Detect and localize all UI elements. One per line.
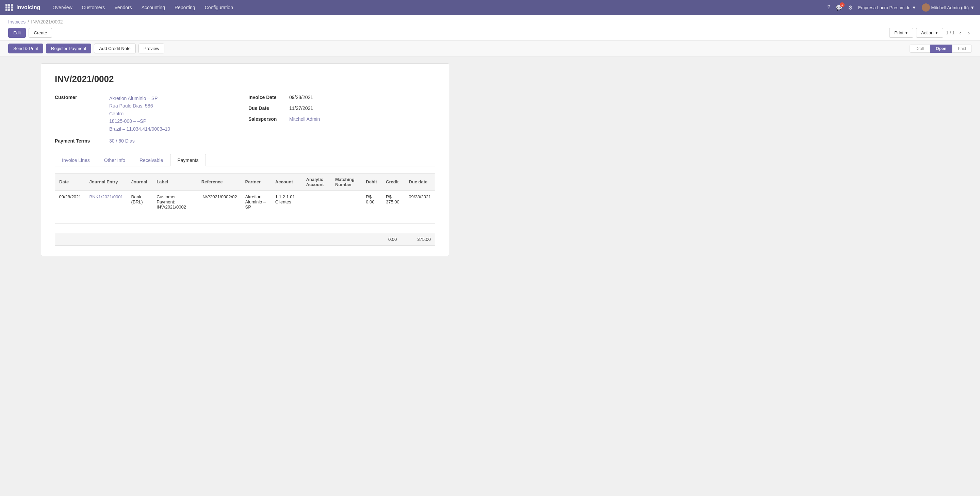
col-analytic-account: Analytic Account xyxy=(302,173,331,191)
col-reference: Reference xyxy=(197,173,241,191)
invoice-date-label: Invoice Date xyxy=(248,95,289,100)
customer-addr4: Brazil – 11.034.414/0003–10 xyxy=(109,126,170,132)
col-date: Date xyxy=(55,173,86,191)
company-selector[interactable]: Empresa Lucro Presumido ▼ xyxy=(858,5,916,10)
customer-name[interactable]: Akretion Aluminio – SP xyxy=(109,95,158,101)
payment-terms-field: Payment Terms 30 / 60 Dias xyxy=(55,138,242,143)
action-bar: Send & Print Register Payment Add Credit… xyxy=(0,41,980,56)
preview-button[interactable]: Preview xyxy=(138,43,164,53)
customer-addr3: 18125-000 – –SP xyxy=(109,118,146,124)
status-paid[interactable]: Paid xyxy=(952,45,972,53)
status-draft[interactable]: Draft xyxy=(910,45,930,53)
debit-total: 0.00 xyxy=(388,237,397,242)
tab-payments[interactable]: Payments xyxy=(170,154,205,166)
customer-address: Akretion Aluminio – SP Rua Paulo Dias, 5… xyxy=(109,95,170,133)
breadcrumb-separator: / xyxy=(27,19,29,24)
pagination-next[interactable]: › xyxy=(966,29,972,37)
app-logo[interactable]: Invoicing xyxy=(5,4,40,11)
edit-button[interactable]: Edit xyxy=(8,28,26,38)
nav-accounting[interactable]: Accounting xyxy=(137,3,169,12)
invoice-date-value: 09/28/2021 xyxy=(289,95,313,100)
row-journal-entry: BNK1/2021/0001 xyxy=(86,191,127,213)
user-arrow-icon: ▼ xyxy=(970,5,975,10)
tab-invoice-lines[interactable]: Invoice Lines xyxy=(55,154,97,166)
nav-overview[interactable]: Overview xyxy=(48,3,76,12)
tab-receivable[interactable]: Receivable xyxy=(132,154,170,166)
register-payment-button[interactable]: Register Payment xyxy=(46,43,91,53)
empty-row xyxy=(55,213,435,223)
breadcrumb: Invoices / INV/2021/0002 xyxy=(8,19,972,24)
breadcrumb-parent[interactable]: Invoices xyxy=(8,19,25,24)
pagination-prev[interactable]: ‹ xyxy=(957,29,963,37)
chat-button[interactable]: 💬 1 xyxy=(836,5,843,11)
customer-label: Customer xyxy=(55,95,109,133)
meta-left: Customer Akretion Aluminio – SP Rua Paul… xyxy=(55,95,242,143)
settings-button[interactable]: ⚙ xyxy=(848,5,853,11)
row-due-date: 09/28/2021 xyxy=(404,191,435,213)
topnav-right: ? 💬 1 ⚙ Empresa Lucro Presumido ▼ Mitche… xyxy=(827,3,975,11)
send-print-button[interactable]: Send & Print xyxy=(8,43,43,53)
nav-reporting[interactable]: Reporting xyxy=(170,3,199,12)
breadcrumb-bar: Invoices / INV/2021/0002 Edit Create Pri… xyxy=(0,15,980,41)
settings-icon: ⚙ xyxy=(848,5,853,11)
salesperson-value[interactable]: Mitchell Admin xyxy=(289,116,320,122)
row-account: 1.1.2.1.01 Clientes xyxy=(271,191,302,213)
help-button[interactable]: ? xyxy=(827,5,830,11)
user-selector[interactable]: Mitchell Admin (db) ▼ xyxy=(922,3,975,11)
action-button[interactable]: Action ▼ xyxy=(916,28,943,38)
print-label: Print xyxy=(894,30,904,35)
journal-entry-link[interactable]: BNK1/2021/0001 xyxy=(89,194,123,199)
invoice-date-row: Invoice Date 09/28/2021 xyxy=(248,95,435,100)
invoice-number: INV/2021/0002 xyxy=(55,74,435,84)
separator-row xyxy=(55,223,435,234)
main-nav: Overview Customers Vendors Accounting Re… xyxy=(48,3,827,12)
meta-right: Invoice Date 09/28/2021 Due Date 11/27/2… xyxy=(248,95,435,143)
totals-row: 0.00 375.00 xyxy=(55,234,435,246)
row-journal: Bank (BRL) xyxy=(127,191,153,213)
user-name: Mitchell Admin (db) xyxy=(931,5,969,10)
invoice-card: INV/2021/0002 Customer Akretion Aluminio… xyxy=(41,63,449,256)
add-credit-note-button[interactable]: Add Credit Note xyxy=(94,43,136,53)
row-label: Customer Payment: INV/2021/0002 xyxy=(153,191,197,213)
user-avatar-icon xyxy=(922,3,930,11)
credit-total-value: 375.00 xyxy=(417,237,431,242)
col-journal: Journal xyxy=(127,173,153,191)
col-debit: Debit xyxy=(362,173,382,191)
create-button[interactable]: Create xyxy=(29,28,52,38)
invoice-meta: Customer Akretion Aluminio – SP Rua Paul… xyxy=(55,95,435,143)
help-icon: ? xyxy=(827,5,830,10)
row-debit: R$ 0.00 xyxy=(362,191,382,213)
nav-customers[interactable]: Customers xyxy=(78,3,109,12)
company-arrow-icon: ▼ xyxy=(912,5,916,10)
credit-total: 375.00 xyxy=(417,237,431,242)
toolbar: Edit Create Print ▼ Action ▼ 1 / 1 ‹ › xyxy=(8,28,972,38)
customer-addr2: Centro xyxy=(109,111,124,116)
nav-configuration[interactable]: Configuration xyxy=(201,3,237,12)
customer-addr1: Rua Paulo Dias, 586 xyxy=(109,103,153,108)
topnav: Invoicing Overview Customers Vendors Acc… xyxy=(0,0,980,15)
tab-other-info[interactable]: Other Info xyxy=(97,154,132,166)
due-date-value: 11/27/2021 xyxy=(289,105,313,111)
action-label: Action xyxy=(921,30,933,35)
row-analytic-account xyxy=(302,191,331,213)
action-arrow-icon: ▼ xyxy=(935,31,938,35)
status-open[interactable]: Open xyxy=(930,45,952,53)
payment-terms-value: 30 / 60 Dias xyxy=(109,138,135,143)
nav-vendors[interactable]: Vendors xyxy=(110,3,136,12)
print-button[interactable]: Print ▼ xyxy=(889,28,913,38)
status-bar: Draft Open Paid xyxy=(910,45,972,53)
row-partner: Akretion Aluminio – SP xyxy=(241,191,271,213)
col-journal-entry: Journal Entry xyxy=(86,173,127,191)
print-arrow-icon: ▼ xyxy=(905,31,908,35)
col-account: Account xyxy=(271,173,302,191)
salesperson-label: Salesperson xyxy=(248,116,289,122)
pagination-text: 1 / 1 xyxy=(946,30,955,35)
col-label: Label xyxy=(153,173,197,191)
customer-value: Akretion Aluminio – SP Rua Paulo Dias, 5… xyxy=(109,95,170,133)
chat-badge: 1 xyxy=(840,2,845,7)
col-credit: Credit xyxy=(382,173,404,191)
pagination: 1 / 1 ‹ › xyxy=(946,29,972,37)
payment-terms-link[interactable]: 30 / 60 Dias xyxy=(109,138,135,143)
col-due-date: Due date xyxy=(404,173,435,191)
row-date: 09/28/2021 xyxy=(55,191,86,213)
